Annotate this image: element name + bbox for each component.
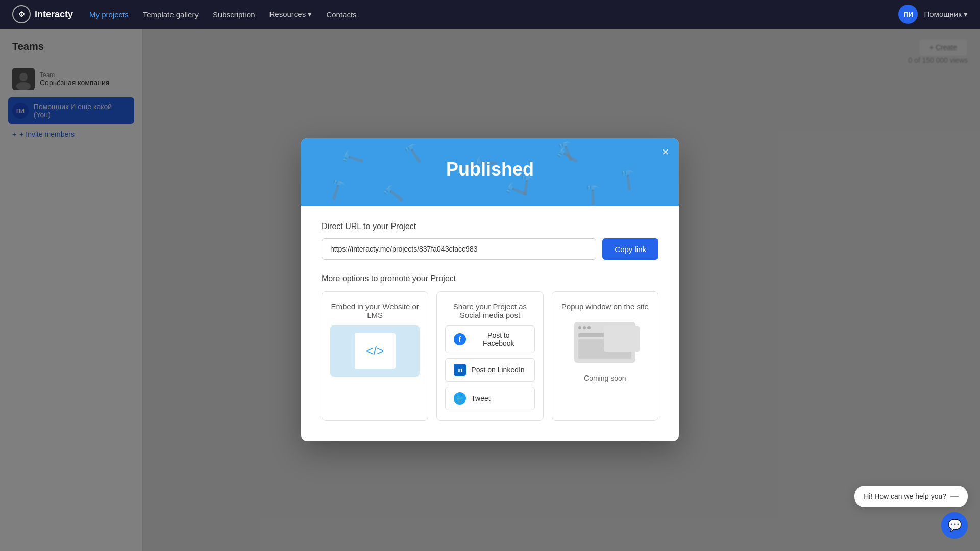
options-row: Embed in your Website or LMS </> Share y… [322, 291, 658, 421]
avatar: ПИ [898, 5, 918, 24]
logo[interactable]: ⚙ interacty [12, 5, 73, 23]
code-symbol: </> [366, 344, 384, 358]
hammer-icon-8: 🔨 [381, 183, 405, 205]
logo-icon: ⚙ [12, 5, 31, 23]
messenger-icon: 💬 [948, 519, 962, 532]
popup-card: Popup window on the site [552, 291, 658, 421]
post-on-linkedin-button[interactable]: in Post on LinkedIn [445, 358, 534, 382]
nav-template-gallery[interactable]: Template gallery [143, 10, 199, 19]
popup-title: Popup window on the site [561, 302, 649, 311]
close-button[interactable]: × [662, 146, 669, 158]
nav-my-projects[interactable]: My projects [89, 10, 129, 19]
hammer-icon-11: 🔨 [578, 180, 606, 206]
navbar: ⚙ interacty My projects Template gallery… [0, 0, 980, 29]
embed-title: Embed in your Website or LMS [330, 302, 420, 319]
tweet-button[interactable]: 🐦 Tweet [445, 387, 534, 410]
tweet-label: Tweet [471, 394, 490, 403]
published-modal: 🔨 🔨 🔨 🔨 🔨 🔨 🔨 🔨 🔨 🔨 🔨 🔨 × Published [301, 138, 679, 441]
embed-preview: </> [330, 325, 420, 377]
social-title: Share your Project as Social media post [445, 302, 534, 319]
coming-soon-label: Coming soon [584, 374, 626, 382]
social-buttons: f Post to Facebook in Post on LinkedIn 🐦… [445, 325, 534, 410]
nav-subscription[interactable]: Subscription [213, 10, 255, 19]
linkedin-label: Post on LinkedIn [471, 366, 524, 374]
chat-close-button[interactable]: — [950, 492, 959, 501]
modal-body: Direct URL to your Project Copy link Mor… [301, 206, 679, 441]
url-row: Copy link [322, 238, 658, 260]
logo-text: interacty [35, 9, 73, 20]
chat-bubble-text: Hi! How can we help you? [864, 492, 946, 500]
chat-open-button[interactable]: 💬 [941, 512, 968, 539]
facebook-icon: f [454, 333, 466, 345]
chat-widget: Hi! How can we help you? — 💬 [854, 486, 968, 539]
user-menu[interactable]: Помощник ▾ [924, 10, 968, 19]
modal-overlay: 🔨 🔨 🔨 🔨 🔨 🔨 🔨 🔨 🔨 🔨 🔨 🔨 × Published [0, 29, 980, 551]
embed-inner: </> [355, 333, 396, 369]
url-section-label: Direct URL to your Project [322, 222, 658, 231]
url-input[interactable] [322, 238, 596, 260]
nav-contacts[interactable]: Contacts [326, 10, 356, 19]
nav-links: My projects Template gallery Subscriptio… [89, 10, 357, 19]
post-to-facebook-button[interactable]: f Post to Facebook [445, 325, 534, 353]
social-card: Share your Project as Social media post … [436, 291, 543, 421]
page-background: Teams Team Серьёзная компания ПИ Помощни… [0, 29, 980, 551]
facebook-label: Post to Facebook [471, 331, 526, 347]
modal-header: 🔨 🔨 🔨 🔨 🔨 🔨 🔨 🔨 🔨 🔨 🔨 🔨 × Published [301, 138, 679, 206]
popup-overlay-inner [604, 326, 640, 352]
embed-card: Embed in your Website or LMS </> [322, 291, 428, 421]
promote-label: More options to promote your Project [322, 274, 658, 283]
popup-window [574, 322, 635, 363]
chat-bubble: Hi! How can we help you? — [854, 486, 968, 507]
linkedin-icon: in [454, 364, 466, 376]
nav-resources[interactable]: Resources ▾ [270, 10, 312, 19]
copy-link-button[interactable]: Copy link [602, 238, 658, 260]
twitter-icon: 🐦 [454, 392, 466, 405]
modal-title: Published [322, 159, 658, 180]
popup-preview [560, 317, 650, 368]
nav-right: ПИ Помощник ▾ [898, 5, 968, 24]
